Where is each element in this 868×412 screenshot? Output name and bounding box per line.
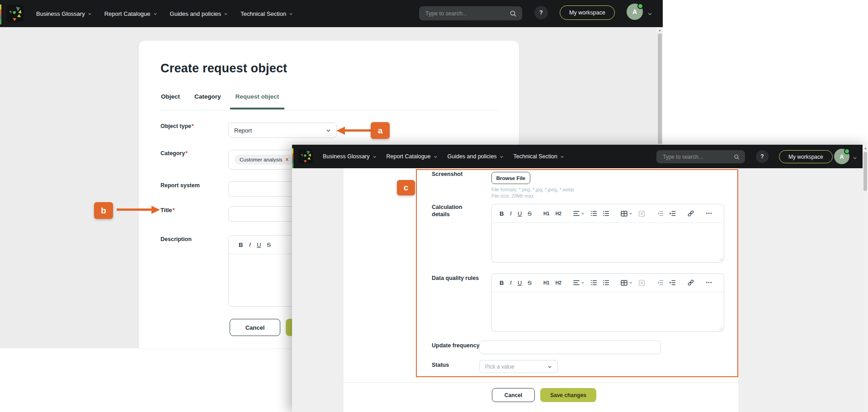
italic-icon[interactable]: I <box>509 279 512 286</box>
ordered-list-icon[interactable] <box>590 210 597 217</box>
align-icon[interactable] <box>573 210 585 217</box>
scrollbar-up-arrow[interactable]: ▲ <box>864 147 867 150</box>
help-button[interactable]: ? <box>534 6 548 19</box>
report-system-label: Report system <box>160 182 200 189</box>
bold-icon[interactable]: B <box>500 210 504 217</box>
file-formats-hint: File formats: *.png, *.jpg, *.jpeg, *.we… <box>491 187 574 192</box>
online-status-dot <box>637 3 643 9</box>
underline-icon[interactable]: U <box>518 210 522 217</box>
unordered-list-icon[interactable] <box>603 210 609 217</box>
chevron-down-icon <box>153 12 157 16</box>
h1-icon[interactable]: H1 <box>543 280 549 285</box>
tab-object[interactable]: Object <box>156 93 185 109</box>
tab-request-object[interactable]: Request object <box>230 93 285 109</box>
indent-icon[interactable] <box>669 210 675 217</box>
editor-toolbar: BIUSH1H2••• <box>492 274 724 292</box>
indent-icon[interactable] <box>669 279 675 286</box>
title-label: Title* <box>160 207 175 214</box>
edge-color-strip <box>0 5 1 24</box>
tab-bar: Object Category Request object <box>156 93 284 109</box>
table-icon[interactable] <box>621 279 632 286</box>
more-icon[interactable]: ••• <box>706 211 712 216</box>
strikethrough-icon[interactable]: S <box>528 210 532 217</box>
search-input[interactable] <box>662 153 734 161</box>
chevron-down-icon <box>547 365 552 369</box>
nav-item-report-catalogue[interactable]: Report Catalogue <box>387 153 438 160</box>
nav-item-technical-section[interactable]: Technical Section <box>514 153 564 160</box>
my-workspace-button[interactable]: My workspace <box>560 5 615 20</box>
tab-category[interactable]: Category <box>189 93 226 109</box>
strikethrough-icon[interactable]: S <box>267 242 271 248</box>
app-logo-icon[interactable] <box>6 5 24 22</box>
cancel-button[interactable]: Cancel <box>230 319 280 336</box>
chevron-down-icon <box>326 128 331 133</box>
bold-icon[interactable]: B <box>239 242 243 248</box>
scrollbar-thumb[interactable] <box>863 152 867 191</box>
app-logo-icon[interactable] <box>298 149 313 164</box>
help-button[interactable]: ? <box>756 150 769 163</box>
save-changes-button[interactable]: Save changes <box>540 388 596 402</box>
nav-item-guides-policies[interactable]: Guides and policies <box>448 153 504 160</box>
update-frequency-input[interactable] <box>479 341 661 354</box>
h1-icon[interactable]: H1 <box>543 211 549 216</box>
h2-icon[interactable]: H2 <box>555 280 561 285</box>
underline-icon[interactable]: U <box>257 242 261 248</box>
nav-item-guides-policies[interactable]: Guides and policies <box>170 10 228 17</box>
data-quality-rules-content[interactable] <box>492 292 724 331</box>
annotation-arrow-a-head <box>336 127 345 135</box>
search-box <box>419 6 522 20</box>
status-select[interactable]: Pick a value <box>479 360 558 373</box>
align-icon[interactable] <box>573 279 585 286</box>
search-input[interactable] <box>425 10 509 17</box>
category-label: Category* <box>160 150 188 157</box>
calculation-details-editor[interactable]: BIUSH1H2••• <box>491 204 724 263</box>
scrollbar-thumb[interactable] <box>658 33 662 144</box>
chip-remove-icon[interactable]: × <box>286 157 289 162</box>
chevron-down-icon <box>88 12 92 16</box>
search-box <box>656 150 745 163</box>
table-delete-icon[interactable] <box>638 279 645 286</box>
nav-item-business-glossary[interactable]: Business Glossary <box>36 10 92 17</box>
cancel-button[interactable]: Cancel <box>492 388 535 402</box>
more-icon[interactable]: ••• <box>706 280 712 285</box>
h2-icon[interactable]: H2 <box>555 211 561 216</box>
object-type-select[interactable]: Report <box>228 123 337 138</box>
file-size-hint: File size: 20Mb max <box>491 193 533 199</box>
object-type-label: Object type* <box>160 123 194 130</box>
avatar[interactable]: A <box>834 149 849 164</box>
calculation-details-content[interactable] <box>492 223 724 262</box>
unordered-list-icon[interactable] <box>603 279 609 286</box>
chevron-down-icon[interactable] <box>853 156 857 160</box>
data-quality-rules-editor[interactable]: BIUSH1H2••• <box>491 273 724 332</box>
description-label: Description <box>160 236 192 243</box>
bold-icon[interactable]: B <box>500 279 504 286</box>
strikethrough-icon[interactable]: S <box>528 279 532 286</box>
chevron-down-icon[interactable] <box>647 11 652 16</box>
search-icon[interactable] <box>734 154 740 160</box>
ordered-list-icon[interactable] <box>590 279 597 286</box>
italic-icon[interactable]: I <box>249 241 251 248</box>
browse-file-button[interactable]: Browse File <box>491 172 530 184</box>
outdent-icon[interactable] <box>657 210 663 217</box>
scrollbar-up-arrow[interactable]: ▲ <box>658 28 661 32</box>
avatar[interactable]: A <box>627 4 643 20</box>
link-icon[interactable] <box>687 279 694 286</box>
link-icon[interactable] <box>687 210 694 217</box>
italic-icon[interactable]: I <box>509 210 512 217</box>
screenshot-label: Screenshot <box>432 171 462 178</box>
edge-color-strip <box>292 148 293 168</box>
tab-divider <box>160 110 497 110</box>
status-placeholder: Pick a value <box>485 364 547 370</box>
table-delete-icon[interactable] <box>638 210 645 217</box>
annotation-marker-c: c <box>397 180 415 195</box>
table-icon[interactable] <box>621 210 632 217</box>
search-icon[interactable] <box>509 10 517 17</box>
underline-icon[interactable]: U <box>518 279 522 286</box>
annotation-arrow-b-shaft <box>117 208 151 211</box>
my-workspace-button[interactable]: My workspace <box>779 150 833 163</box>
nav-item-technical-section[interactable]: Technical Section <box>241 10 293 17</box>
outdent-icon[interactable] <box>657 279 663 286</box>
nav-item-report-catalogue[interactable]: Report Catalogue <box>104 10 157 17</box>
data-quality-rules-label: Data quality rules <box>432 275 479 282</box>
nav-item-business-glossary[interactable]: Business Glossary <box>323 153 377 160</box>
